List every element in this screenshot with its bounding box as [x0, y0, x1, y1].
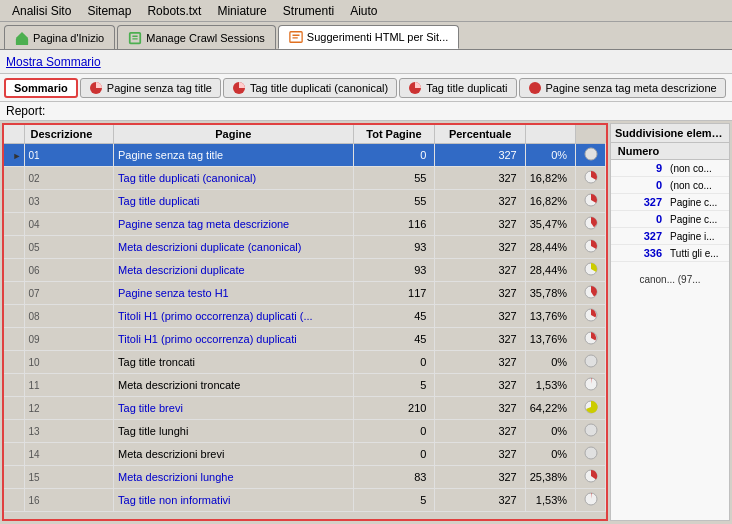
- row-pct-cell: 13,76%: [525, 305, 575, 328]
- right-row-num[interactable]: 336: [611, 245, 666, 262]
- svg-rect-0: [16, 38, 28, 45]
- row-pct-cell: 0%: [525, 420, 575, 443]
- row-desc-cell[interactable]: Pagine senza tag meta descrizione: [114, 213, 354, 236]
- subtab-icon-2: [232, 81, 246, 95]
- row-desc-cell[interactable]: Tag title non informativi: [114, 489, 354, 512]
- right-row-num[interactable]: 0: [611, 177, 666, 194]
- table-row: 11Meta descrizioni troncate53271,53%: [4, 374, 606, 397]
- table-row: 02Tag title duplicati (canonical)5532716…: [4, 167, 606, 190]
- row-tot-cell: 327: [435, 305, 525, 328]
- row-desc-link[interactable]: Pagine senza tag meta descrizione: [118, 218, 289, 230]
- table-body: ►01Pagine senza tag title03270%02Tag tit…: [4, 144, 606, 512]
- table-row: 09Titoli H1 (primo occorrenza) duplicati…: [4, 328, 606, 351]
- subtab-tag-title-dup-can[interactable]: Tag title duplicati (canonical): [223, 78, 397, 98]
- row-desc-link[interactable]: Tag title brevi: [118, 402, 183, 414]
- row-desc-cell[interactable]: Tag title duplicati (canonical): [114, 167, 354, 190]
- menu-miniature[interactable]: Miniature: [209, 2, 274, 20]
- subtab-sommario[interactable]: Sommario: [4, 78, 78, 98]
- row-pct-cell: 0%: [525, 443, 575, 466]
- row-expand-cell: [4, 305, 24, 328]
- row-pct-cell: 0%: [525, 351, 575, 374]
- row-num-cell: 09: [24, 328, 114, 351]
- manage-icon: [128, 31, 142, 45]
- row-num-cell: 03: [24, 190, 114, 213]
- row-num-cell: 05: [24, 236, 114, 259]
- menu-sitemap[interactable]: Sitemap: [79, 2, 139, 20]
- row-desc-cell[interactable]: Tag title duplicati: [114, 190, 354, 213]
- expand-arrow: ►: [13, 151, 22, 161]
- row-tot-cell: 327: [435, 190, 525, 213]
- row-desc-cell[interactable]: Titoli H1 (primo occorrenza) duplicati: [114, 328, 354, 351]
- row-desc-link[interactable]: Tag title duplicati (canonical): [118, 172, 256, 184]
- right-col-desc: [666, 143, 729, 160]
- row-num-cell: 15: [24, 466, 114, 489]
- right-table-row: 327Pagine c...: [611, 194, 729, 211]
- row-chart-cell: [576, 351, 606, 374]
- row-num-cell: 16: [24, 489, 114, 512]
- table-wrapper[interactable]: Descrizione Pagine Tot Pagine Percentual…: [4, 125, 606, 519]
- row-desc-link[interactable]: Tag title non informativi: [118, 494, 231, 506]
- row-desc-link[interactable]: Meta descrizioni lunghe: [118, 471, 234, 483]
- right-table-body: 9(non co...0(non co...327Pagine c...0Pag…: [611, 160, 729, 262]
- row-desc-cell[interactable]: Pagine senza tag title: [114, 144, 354, 167]
- row-expand-cell[interactable]: ►: [4, 144, 24, 167]
- row-desc-link[interactable]: Tag title duplicati: [118, 195, 199, 207]
- row-desc-cell[interactable]: Titoli H1 (primo occorrenza) duplicati (…: [114, 305, 354, 328]
- subtab-pagine-senza-tag[interactable]: Pagine senza tag title: [80, 78, 221, 98]
- table-row: 07Pagine senza testo H111732735,78%: [4, 282, 606, 305]
- subtab-pagine-senza-meta[interactable]: Pagine senza tag meta descrizione: [519, 78, 726, 98]
- right-col-numero: Numero: [611, 143, 666, 160]
- row-chart-cell: [576, 466, 606, 489]
- show-summary-link[interactable]: Mostra Sommario: [6, 55, 101, 69]
- row-desc-link[interactable]: Pagine senza testo H1: [118, 287, 229, 299]
- right-row-num[interactable]: 0: [611, 211, 666, 228]
- row-desc-link[interactable]: Meta descrizioni duplicate (canonical): [118, 241, 301, 253]
- table-header-row: Descrizione Pagine Tot Pagine Percentual…: [4, 125, 606, 144]
- right-row-num[interactable]: 9: [611, 160, 666, 177]
- row-num-cell: 10: [24, 351, 114, 374]
- row-pct-cell: 35,47%: [525, 213, 575, 236]
- row-pagine-cell: 0: [353, 144, 435, 167]
- tab-suggerimenti[interactable]: Suggerimenti HTML per Sit...: [278, 25, 459, 49]
- row-pct-cell: 28,44%: [525, 259, 575, 282]
- row-pct-cell: 16,82%: [525, 190, 575, 213]
- row-desc-cell[interactable]: Meta descrizioni duplicate (canonical): [114, 236, 354, 259]
- row-desc-cell[interactable]: Tag title brevi: [114, 397, 354, 420]
- svg-rect-5: [290, 32, 302, 43]
- row-chart-cell: [576, 282, 606, 305]
- row-desc-link[interactable]: Titoli H1 (primo occorrenza) duplicati (…: [118, 310, 313, 322]
- row-pagine-cell: 83: [353, 466, 435, 489]
- menu-analisi-sito[interactable]: Analisi Sito: [4, 2, 79, 20]
- row-expand-cell: [4, 282, 24, 305]
- row-pagine-cell: 45: [353, 328, 435, 351]
- table-row: ►01Pagine senza tag title03270%: [4, 144, 606, 167]
- subtab-icon-1: [89, 81, 103, 95]
- row-tot-cell: 327: [435, 489, 525, 512]
- tab-manage-crawl[interactable]: Manage Crawl Sessions: [117, 25, 276, 49]
- subtab-bar: Sommario Pagine senza tag title Tag titl…: [0, 74, 732, 102]
- subtab-label-4: Pagine senza tag meta descrizione: [546, 82, 717, 94]
- right-row-desc: Pagine c...: [666, 194, 729, 211]
- row-tot-cell: 327: [435, 282, 525, 305]
- subtab-label-1: Pagine senza tag title: [107, 82, 212, 94]
- subtab-tag-title-dup[interactable]: Tag title duplicati: [399, 78, 516, 98]
- row-chart-cell: [576, 144, 606, 167]
- table-row: 15Meta descrizioni lunghe8332725,38%: [4, 466, 606, 489]
- row-desc-cell[interactable]: Meta descrizioni duplicate: [114, 259, 354, 282]
- right-row-num[interactable]: 327: [611, 228, 666, 245]
- menu-robots[interactable]: Robots.txt: [139, 2, 209, 20]
- menu-aiuto[interactable]: Aiuto: [342, 2, 385, 20]
- row-tot-cell: 327: [435, 236, 525, 259]
- tab-pagina-inizio[interactable]: Pagina d'Inizio: [4, 25, 115, 49]
- row-pagine-cell: 210: [353, 397, 435, 420]
- table-row: 10Tag title troncati03270%: [4, 351, 606, 374]
- menu-strumenti[interactable]: Strumenti: [275, 2, 342, 20]
- row-desc-cell[interactable]: Pagine senza testo H1: [114, 282, 354, 305]
- toolbar: Mostra Sommario: [0, 50, 732, 74]
- row-desc-link[interactable]: Meta descrizioni duplicate: [118, 264, 245, 276]
- row-desc-link[interactable]: Titoli H1 (primo occorrenza) duplicati: [118, 333, 297, 345]
- table-row: 04Pagine senza tag meta descrizione11632…: [4, 213, 606, 236]
- row-desc-cell[interactable]: Meta descrizioni lunghe: [114, 466, 354, 489]
- left-panel: Descrizione Pagine Tot Pagine Percentual…: [2, 123, 608, 521]
- right-row-num[interactable]: 327: [611, 194, 666, 211]
